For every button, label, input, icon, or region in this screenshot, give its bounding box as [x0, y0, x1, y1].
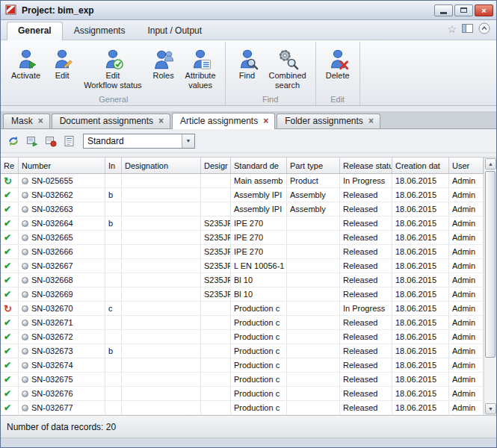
- table-row[interactable]: ✔SN-032676Production cReleased18.06.2015…: [1, 387, 484, 401]
- cell-designation2: [201, 316, 231, 329]
- column-header-designation[interactable]: Designation: [122, 158, 201, 173]
- cell-part_type: [287, 330, 340, 343]
- table-row[interactable]: ✔SN-032667S235JRG2L EN 10056-1Released18…: [1, 259, 484, 273]
- find-button[interactable]: Find: [230, 44, 265, 84]
- table-row[interactable]: ↻SN-025655Main assembProductIn Progress1…: [1, 174, 484, 188]
- scrollbar-thumb[interactable]: [485, 171, 496, 358]
- maximize-icon: [460, 7, 467, 13]
- cell-part_type: [287, 217, 340, 230]
- delete-button[interactable]: Delete: [321, 44, 355, 84]
- collapse-ribbon-icon[interactable]: [478, 22, 490, 36]
- ribbon-tab-assignments[interactable]: Assignments: [63, 22, 137, 40]
- table-row[interactable]: ✔SN-032674Production cReleased18.06.2015…: [1, 358, 484, 373]
- column-header-desigr[interactable]: Desigr: [201, 158, 231, 173]
- cell-creation_date: 18.06.2015: [392, 174, 449, 187]
- cell-index: [105, 202, 122, 216]
- edit-workflow-status-button[interactable]: EditWorkflow status: [79, 44, 146, 93]
- panel-layout-icon[interactable]: [462, 24, 473, 34]
- scroll-up-button[interactable]: ▲: [485, 158, 496, 169]
- row-status-icon: ✔: [1, 245, 19, 258]
- edit-button[interactable]: Edit: [45, 44, 79, 84]
- maximize-button[interactable]: [454, 4, 473, 16]
- cell-standard: Production c: [231, 387, 287, 400]
- report-icon[interactable]: [61, 133, 78, 149]
- activate-button[interactable]: Activate: [7, 44, 45, 84]
- attribute-values-icon: [189, 47, 212, 71]
- document-tab-folder-assignments[interactable]: Folder assignments×: [277, 113, 380, 128]
- cell-designation: [122, 245, 201, 258]
- article-icon: [22, 192, 28, 199]
- roles-button[interactable]: Roles: [146, 44, 181, 84]
- cell-index: [105, 330, 122, 343]
- table-row[interactable]: ✔SN-032665S235JRG2IPE 270Released18.06.2…: [1, 231, 484, 245]
- attribute-values-button[interactable]: Attributevalues: [181, 44, 220, 93]
- row-status-icon: ✔: [1, 273, 19, 287]
- table-body: ↻SN-025655Main assembProductIn Progress1…: [1, 174, 484, 415]
- table-row[interactable]: ✔SN-032668S235JRG2Bl 10Released18.06.201…: [1, 273, 484, 287]
- cell-part_type: [287, 344, 340, 358]
- refresh-icon[interactable]: [5, 133, 22, 149]
- result-list-dropdown[interactable]: Standard ▼: [83, 134, 195, 149]
- table-row[interactable]: ✔SN-032666S235JRG2IPE 270Released18.06.2…: [1, 245, 484, 259]
- tab-close-icon[interactable]: ×: [368, 116, 374, 125]
- table-row[interactable]: ↻SN-032670cProduction cIn Progress18.06.…: [1, 302, 484, 316]
- tab-close-icon[interactable]: ×: [158, 116, 164, 125]
- cell-number: SN-032673: [19, 344, 105, 358]
- window-frame-bottom: [1, 438, 496, 447]
- delete-result-icon[interactable]: [43, 133, 59, 149]
- table-row[interactable]: ✔SN-032662bAssembly IPIAssemblyReleased1…: [1, 188, 484, 202]
- table-row[interactable]: ✔SN-032663Assembly IPIAssemblyReleased18…: [1, 202, 484, 217]
- minimize-button[interactable]: [434, 4, 453, 16]
- cell-number: SN-032677: [19, 401, 105, 414]
- document-tab-article-assignments[interactable]: Article assignments×: [172, 113, 275, 129]
- cell-designation2: [201, 373, 231, 386]
- column-header-re[interactable]: Re: [1, 158, 19, 173]
- column-header-user[interactable]: User: [449, 158, 484, 173]
- table-row[interactable]: ✔SN-032675Production cReleased18.06.2015…: [1, 373, 484, 387]
- tab-label: Document assignments: [60, 116, 153, 126]
- column-header-release-statu[interactable]: Release statu: [340, 158, 392, 173]
- cell-designation2: [201, 174, 231, 187]
- tab-close-icon[interactable]: ×: [263, 116, 268, 125]
- ribbon-button-label: Delete: [326, 71, 350, 81]
- table-row[interactable]: ✔SN-032669S235JRG2Bl 10Released18.06.201…: [1, 287, 484, 302]
- row-status-icon: ✔: [1, 217, 19, 230]
- tab-close-icon[interactable]: ×: [38, 116, 43, 125]
- document-tab-mask[interactable]: Mask×: [3, 113, 50, 128]
- dropdown-arrow-icon[interactable]: ▼: [182, 134, 194, 148]
- favorites-star-icon[interactable]: ☆: [447, 24, 457, 34]
- cell-user: Admin: [449, 217, 484, 230]
- table-row[interactable]: ✔SN-032664bS235JRG2IPE 270Released18.06.…: [1, 217, 484, 231]
- column-header-creation-dat[interactable]: Creation dat: [392, 158, 449, 173]
- cell-creation_date: 18.06.2015: [392, 245, 449, 258]
- cell-part_type: Assembly: [287, 202, 340, 216]
- record-count: Number of data records: 20: [7, 422, 116, 432]
- table-row[interactable]: ✔SN-032671Production cReleased18.06.2015…: [1, 316, 484, 330]
- ribbon-tab-input-output[interactable]: Input / Output: [136, 22, 213, 40]
- cell-creation_date: 18.06.2015: [392, 316, 449, 329]
- column-header-part-type[interactable]: Part type: [287, 158, 340, 173]
- document-tab-document-assignments[interactable]: Document assignments×: [52, 113, 170, 128]
- cell-standard: Assembly IPI: [231, 188, 287, 202]
- column-header-in[interactable]: In: [105, 158, 122, 173]
- cell-number: SN-032675: [19, 373, 105, 386]
- column-header-standard-de[interactable]: Standard de: [231, 158, 287, 173]
- close-button[interactable]: ×: [475, 4, 493, 16]
- ribbon-tab-general[interactable]: General: [7, 22, 63, 40]
- table-row[interactable]: ✔SN-032677Production cReleased18.06.2015…: [1, 401, 484, 415]
- cell-release_status: Released: [340, 401, 392, 414]
- ribbon-tabs: GeneralAssignmentsInput / Output: [7, 22, 213, 40]
- table-row[interactable]: ✔SN-032673bProduction cReleased18.06.201…: [1, 344, 484, 358]
- vertical-scrollbar[interactable]: ▲ ▼: [484, 158, 497, 415]
- cell-part_type: [287, 302, 340, 315]
- cell-part_type: [287, 259, 340, 273]
- combined-search-button[interactable]: Combinedsearch: [265, 44, 311, 93]
- cell-designation2: [201, 358, 231, 372]
- cell-user: Admin: [449, 231, 484, 244]
- article-icon: [22, 234, 28, 241]
- table-row[interactable]: ✔SN-032672Production cReleased18.06.2015…: [1, 330, 484, 344]
- export-result-icon[interactable]: [24, 133, 40, 149]
- column-header-number[interactable]: Number: [19, 158, 105, 173]
- cell-user: Admin: [449, 245, 484, 258]
- scroll-down-button[interactable]: ▼: [485, 403, 496, 414]
